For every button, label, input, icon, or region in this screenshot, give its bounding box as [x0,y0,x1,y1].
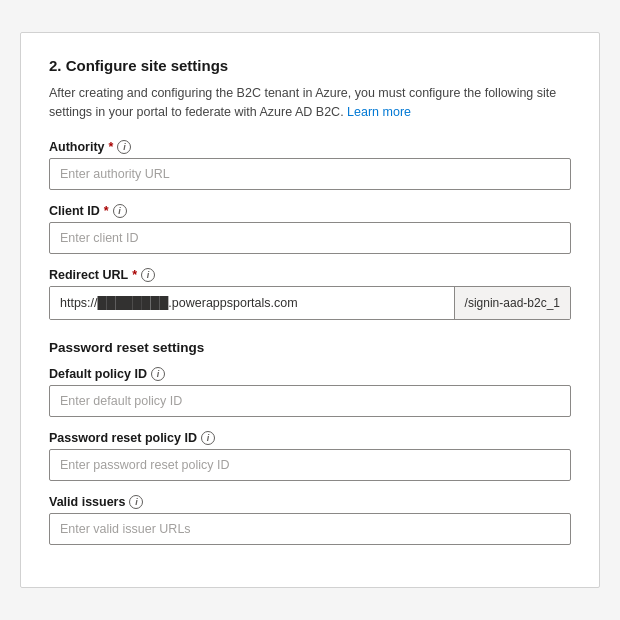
default-policy-label: Default policy ID i [49,367,571,381]
authority-input[interactable] [49,158,571,190]
valid-issuers-label: Valid issuers i [49,495,571,509]
password-reset-section: Password reset settings Default policy I… [49,340,571,545]
authority-info-icon[interactable]: i [117,140,131,154]
section-title: 2. Configure site settings [49,57,571,74]
learn-more-link[interactable]: Learn more [347,105,411,119]
authority-required: * [109,140,114,154]
default-policy-field-group: Default policy ID i [49,367,571,417]
description: After creating and configuring the B2C t… [49,84,571,122]
reset-policy-input[interactable] [49,449,571,481]
client-id-label: Client ID * i [49,204,571,218]
redirect-url-label: Redirect URL * i [49,268,571,282]
client-id-input[interactable] [49,222,571,254]
redirect-url-suffix: /signin-aad-b2c_1 [454,287,570,319]
redirect-url-input-wrapper: /signin-aad-b2c_1 [49,286,571,320]
client-id-info-icon[interactable]: i [113,204,127,218]
authority-label: Authority * i [49,140,571,154]
valid-issuers-input[interactable] [49,513,571,545]
authority-field-group: Authority * i [49,140,571,190]
default-policy-info-icon[interactable]: i [151,367,165,381]
valid-issuers-info-icon[interactable]: i [129,495,143,509]
password-reset-title: Password reset settings [49,340,571,355]
redirect-url-info-icon[interactable]: i [141,268,155,282]
configure-site-settings-card: 2. Configure site settings After creatin… [20,32,600,588]
reset-policy-info-icon[interactable]: i [201,431,215,445]
client-id-field-group: Client ID * i [49,204,571,254]
redirect-url-field-group: Redirect URL * i /signin-aad-b2c_1 [49,268,571,320]
default-policy-input[interactable] [49,385,571,417]
reset-policy-label: Password reset policy ID i [49,431,571,445]
valid-issuers-field-group: Valid issuers i [49,495,571,545]
redirect-url-required: * [132,268,137,282]
reset-policy-field-group: Password reset policy ID i [49,431,571,481]
redirect-url-input[interactable] [50,287,454,319]
client-id-required: * [104,204,109,218]
